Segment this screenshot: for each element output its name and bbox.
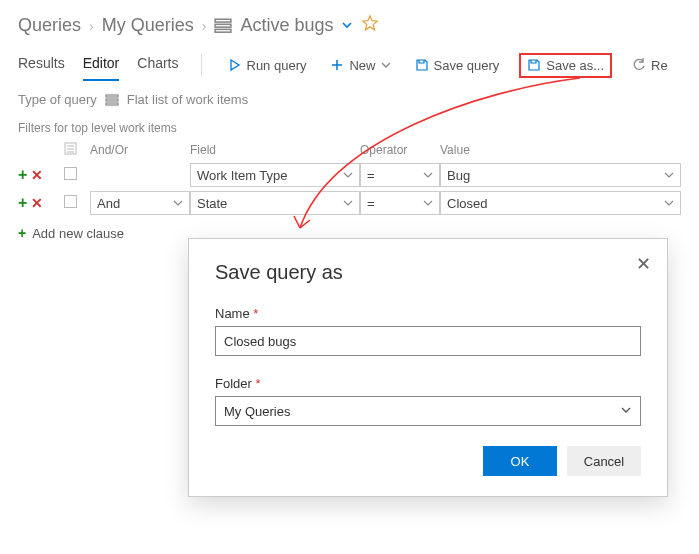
- query-type-value: Flat list of work items: [127, 92, 248, 107]
- refresh-button[interactable]: Re: [628, 54, 672, 77]
- filter-grid: And/Or Field Operator Value + ✕ Work Ite…: [0, 139, 699, 217]
- run-query-button[interactable]: Run query: [224, 54, 311, 77]
- chevron-down-icon: [343, 196, 353, 211]
- new-button[interactable]: New: [326, 54, 394, 77]
- query-type-label: Type of query: [18, 92, 97, 107]
- run-query-label: Run query: [247, 58, 307, 73]
- chevron-right-icon: ›: [202, 18, 207, 34]
- row-checkbox[interactable]: [64, 195, 77, 208]
- delete-row-icon[interactable]: ✕: [31, 195, 43, 211]
- chevron-down-icon[interactable]: [341, 15, 353, 36]
- list-icon: [214, 15, 232, 36]
- filter-row: + ✕ And State = Closed: [18, 189, 681, 217]
- chevron-down-icon: [381, 58, 391, 73]
- name-label: Name: [215, 306, 250, 321]
- refresh-label: Re: [651, 58, 668, 73]
- delete-row-icon[interactable]: ✕: [31, 167, 43, 183]
- add-row-icon[interactable]: +: [18, 194, 27, 212]
- andor-select[interactable]: And: [90, 191, 190, 215]
- breadcrumb: Queries › My Queries › Active bugs: [0, 0, 699, 45]
- save-as-label: Save as...: [546, 58, 604, 73]
- chevron-down-icon: [343, 168, 353, 183]
- row-checkbox[interactable]: [64, 167, 77, 180]
- value-select[interactable]: Bug: [440, 163, 681, 187]
- ok-button[interactable]: OK: [483, 446, 557, 476]
- required-asterisk: *: [255, 376, 260, 391]
- new-label: New: [349, 58, 375, 73]
- tab-charts[interactable]: Charts: [137, 49, 178, 81]
- value-select[interactable]: Closed: [440, 191, 681, 215]
- chevron-down-icon: [423, 196, 433, 211]
- chevron-down-icon: [664, 196, 674, 211]
- field-select[interactable]: State: [190, 191, 360, 215]
- chevron-down-icon: [664, 168, 674, 183]
- chevron-down-icon: [620, 404, 632, 419]
- svg-rect-1: [216, 25, 232, 28]
- save-query-label: Save query: [434, 58, 500, 73]
- add-row-icon[interactable]: +: [18, 166, 27, 184]
- col-header-andor: And/Or: [90, 143, 190, 157]
- svg-rect-3: [106, 95, 118, 97]
- add-clause-label: Add new clause: [32, 226, 124, 241]
- col-header-field: Field: [190, 143, 360, 157]
- svg-rect-0: [216, 20, 232, 23]
- chevron-right-icon: ›: [89, 18, 94, 34]
- save-as-button[interactable]: Save as...: [519, 53, 612, 78]
- separator: [201, 54, 202, 76]
- save-query-button[interactable]: Save query: [411, 54, 504, 77]
- col-header-value: Value: [440, 143, 681, 157]
- toolbar: Results Editor Charts Run query New Save…: [0, 45, 699, 82]
- chevron-down-icon: [423, 168, 433, 183]
- field-select[interactable]: Work Item Type: [190, 163, 360, 187]
- cancel-button[interactable]: Cancel: [567, 446, 641, 476]
- close-icon[interactable]: ✕: [636, 253, 651, 275]
- svg-rect-4: [106, 99, 118, 101]
- svg-rect-5: [106, 103, 118, 105]
- operator-select[interactable]: =: [360, 191, 440, 215]
- svg-rect-2: [216, 30, 232, 33]
- folder-label: Folder: [215, 376, 252, 391]
- required-asterisk: *: [253, 306, 258, 321]
- operator-select[interactable]: =: [360, 163, 440, 187]
- folder-select[interactable]: My Queries: [215, 396, 641, 426]
- checkbox-header-icon: [64, 142, 77, 155]
- filter-row: + ✕ Work Item Type = Bug: [18, 161, 681, 189]
- flat-list-icon: [105, 93, 119, 107]
- favorite-star-icon[interactable]: [361, 14, 379, 37]
- save-as-dialog: ✕ Save query as Name * Folder * My Queri…: [188, 238, 668, 497]
- breadcrumb-my-queries[interactable]: My Queries: [102, 15, 194, 36]
- plus-icon: +: [18, 225, 26, 241]
- breadcrumb-title[interactable]: Active bugs: [240, 15, 333, 36]
- query-type-row: Type of query Flat list of work items: [0, 82, 699, 117]
- tab-results[interactable]: Results: [18, 49, 65, 81]
- name-input[interactable]: [215, 326, 641, 356]
- filters-heading: Filters for top level work items: [0, 117, 699, 139]
- col-header-operator: Operator: [360, 143, 440, 157]
- chevron-down-icon: [173, 196, 183, 211]
- dialog-title: Save query as: [215, 261, 641, 284]
- tab-editor[interactable]: Editor: [83, 49, 120, 81]
- breadcrumb-root[interactable]: Queries: [18, 15, 81, 36]
